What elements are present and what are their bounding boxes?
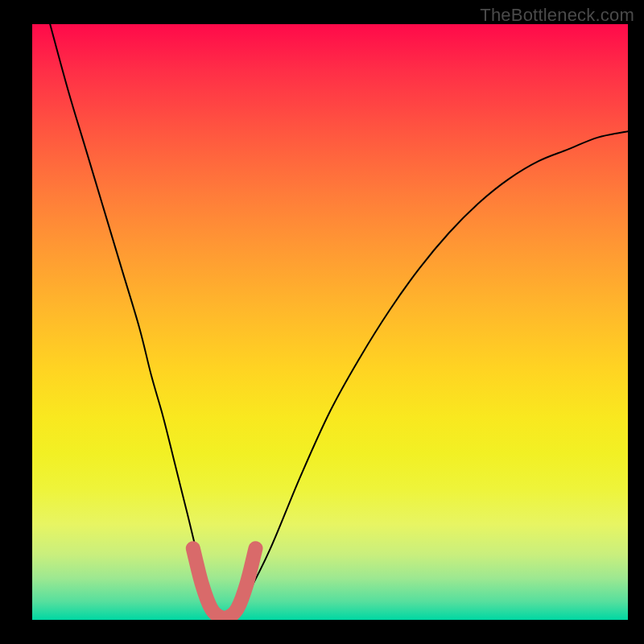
curve-layer	[32, 24, 628, 620]
bottleneck-curve	[50, 24, 628, 617]
optimum-highlight	[193, 548, 256, 618]
watermark-text: TheBottleneck.com	[480, 5, 634, 26]
plot-area	[32, 24, 628, 620]
chart-frame: TheBottleneck.com	[0, 0, 644, 644]
